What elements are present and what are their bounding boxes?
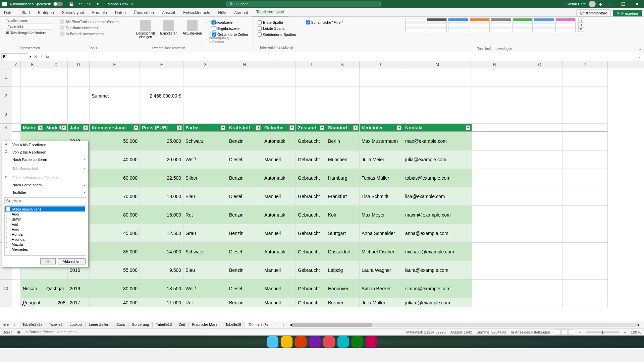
filter-checklist[interactable]: (Alles auswählen) AudiBMWFiatFordHondaHy… — [4, 205, 86, 256]
sheet-tab[interactable]: Sortierung — [128, 322, 153, 327]
taskbar-icon[interactable] — [281, 336, 292, 348]
sheet-tab[interactable]: Tabelle1 (2) — [19, 322, 45, 327]
column-header[interactable]: F — [140, 61, 183, 68]
text-filter-item[interactable]: Textfilter▸ — [2, 189, 88, 196]
ribbon-tab[interactable]: Daten — [111, 9, 130, 16]
export-button[interactable]: Exportieren — [158, 19, 180, 46]
column-header[interactable]: A — [12, 61, 21, 68]
table-header[interactable]: Getriebe▾ — [262, 124, 296, 132]
view-break-icon[interactable] — [568, 329, 574, 335]
close-button[interactable]: ✕ — [632, 1, 642, 7]
ribbon-tab[interactable]: Datei — [0, 9, 17, 16]
taskbar-icon[interactable] — [337, 336, 349, 348]
row-number[interactable]: 2 — [0, 87, 12, 105]
sheet-tab[interactable]: Frau oder Mann — [189, 322, 222, 327]
ribbon-tab[interactable]: Ansicht — [158, 9, 179, 16]
column-header[interactable]: C — [44, 61, 68, 68]
collapse-ribbon-button[interactable]: ⌄ — [639, 47, 641, 51]
redo-icon[interactable]: ↷ — [86, 1, 92, 7]
insert-slicer-button[interactable]: Datenschnitt einfügen — [133, 19, 158, 46]
row-number[interactable] — [0, 298, 12, 307]
cell[interactable]: Summe: — [90, 87, 140, 105]
column-header[interactable]: E — [90, 61, 140, 68]
enter-formula-icon[interactable]: ✓ — [39, 54, 45, 59]
row-number[interactable]: 3 — [0, 105, 12, 124]
filter-check-item[interactable]: Audi — [5, 212, 85, 217]
cell[interactable]: 2.458.000,00 € — [140, 87, 183, 105]
sheet-tab[interactable]: Leere Zeilen — [86, 322, 113, 327]
autosave-toggle[interactable]: Automatisches Speichern — [9, 2, 63, 6]
style-swatch[interactable] — [448, 18, 468, 32]
sheet-tab[interactable]: Tabelle1 (3) — [245, 322, 271, 327]
toggle-off-icon[interactable] — [53, 2, 63, 6]
name-box[interactable] — [1, 53, 28, 60]
taskbar-icon[interactable] — [366, 336, 377, 348]
document-title[interactable]: Mappe3.xlsx — [108, 2, 128, 6]
filter-check-item[interactable]: Ford — [5, 227, 85, 232]
filter-check-item[interactable]: Fiat — [5, 222, 85, 227]
formula-input[interactable] — [50, 53, 638, 60]
display-settings-button[interactable]: 🖥 Anzeigeeinstellungen — [511, 330, 550, 334]
filter-cancel-button[interactable]: Abbrechen — [58, 258, 86, 264]
taskbar-icon[interactable] — [352, 336, 363, 348]
view-normal-icon[interactable] — [555, 329, 561, 335]
ribbon-tab[interactable]: Seitenlayout — [58, 9, 88, 16]
maximize-button[interactable]: ☐ — [619, 1, 629, 7]
sheet-tab[interactable]: Tabelle8 — [45, 322, 66, 327]
sheet-tab[interactable]: Zeit — [175, 322, 189, 327]
row-number[interactable]: 4 — [0, 124, 12, 132]
taskbar-icon[interactable] — [295, 336, 307, 348]
first-col-checkbox[interactable] — [258, 20, 262, 24]
sheet-tab[interactable]: Lookup — [66, 322, 85, 327]
ribbon-tab[interactable]: Tabellenentwurf — [252, 8, 288, 16]
header-row-checkbox[interactable] — [212, 20, 216, 24]
row-number[interactable]: 1 — [0, 68, 12, 87]
ribbon-tab[interactable]: Formeln — [88, 9, 111, 16]
column-header[interactable]: O — [517, 61, 562, 68]
sheet-tab[interactable]: Tabelle16 — [222, 322, 245, 327]
zoom-in-button[interactable]: + — [624, 330, 626, 334]
qat-more-icon[interactable]: ▾ — [94, 1, 101, 7]
user-avatar-icon[interactable] — [589, 1, 596, 7]
sort-color-item[interactable]: Nach Farbe sortieren▸ — [2, 156, 88, 163]
table-header[interactable]: Jahr▾ — [68, 124, 90, 132]
cancel-formula-icon[interactable]: ✕ — [33, 54, 39, 59]
zoom-slider[interactable] — [586, 331, 619, 333]
ribbon-tab[interactable]: Start — [17, 9, 34, 16]
ribbon-tab[interactable]: Hilfe — [214, 9, 230, 16]
sheet-nav-prev[interactable]: ◀ — [3, 322, 5, 327]
table-name-input[interactable] — [6, 23, 53, 30]
table-header[interactable]: Verkäufer▾ — [360, 124, 403, 132]
sort-az-item[interactable]: A↓Von A bis Z sortieren — [2, 141, 88, 148]
filter-button-checkbox[interactable] — [306, 20, 310, 24]
banded-rows-checkbox[interactable] — [212, 33, 216, 37]
excel-icon[interactable] — [2, 2, 7, 6]
column-header[interactable]: I — [262, 61, 296, 68]
minimize-button[interactable]: ─ — [605, 1, 615, 7]
filter-check-item[interactable]: BMW — [5, 217, 85, 222]
remove-duplicates-button[interactable]: Duplikate entfernen — [60, 25, 126, 31]
resize-table-button[interactable]: ⊞ Tabellengröße ändern — [6, 30, 53, 36]
view-layout-icon[interactable] — [561, 329, 568, 335]
filter-check-item[interactable]: Mazda — [5, 242, 85, 247]
convert-range-button[interactable]: In Bereich konvertieren — [60, 31, 126, 37]
spreadsheet-grid[interactable]: ABCDEFGHIJKLMNOP 1 2 Summe: 2.458.000,00… — [0, 61, 644, 321]
scroll-left-icon[interactable]: ◀ — [289, 323, 292, 326]
table-header[interactable]: Modell▾ — [44, 124, 68, 132]
ribbon-tab[interactable]: Entwicklertools — [179, 9, 214, 16]
comments-button[interactable]: 💬 Kommentare — [576, 9, 611, 16]
column-header[interactable]: H — [227, 61, 262, 68]
filter-check-item[interactable]: Hyundai — [5, 237, 85, 242]
pivot-summarize-button[interactable]: Mit PivotTable zusammenfassen — [60, 19, 126, 25]
scroll-right-icon[interactable]: ▶ — [638, 323, 640, 326]
style-swatch[interactable] — [513, 18, 533, 32]
column-header[interactable]: D — [68, 61, 90, 68]
table-row[interactable]: 2018 50.000 25.000 Schwarz Benzin Automa… — [0, 132, 644, 150]
search-box[interactable]: 🔍 Suchen — [226, 1, 381, 7]
table-row[interactable]: 2016 70.000 18.000 Blau Diesel Manuell G… — [0, 187, 644, 206]
undo-icon[interactable]: ↶ — [77, 1, 84, 7]
column-header[interactable]: B — [21, 61, 44, 68]
table-row[interactable]: 2018 35.000 14.000 Schwarz Diesel Automa… — [0, 243, 644, 261]
sheet-nav-next[interactable]: ▶ — [7, 322, 9, 327]
last-col-checkbox[interactable] — [258, 26, 262, 31]
